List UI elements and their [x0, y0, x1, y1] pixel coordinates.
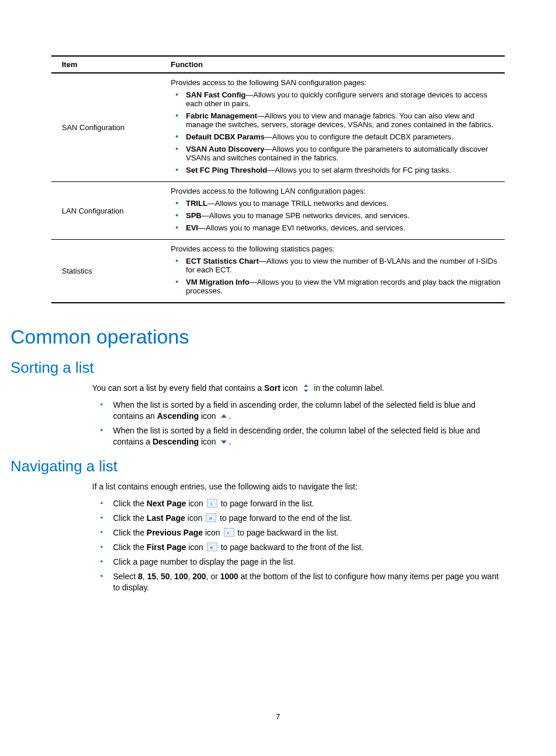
- item-cell: Statistics: [51, 240, 167, 303]
- heading-common-operations: Common operations: [10, 326, 505, 348]
- table-row: Statistics Provides access to the follow…: [51, 240, 505, 303]
- list-item: VSAN Auto Discovery—Allows you to config…: [171, 145, 501, 162]
- function-cell: Provides access to the following SAN con…: [167, 73, 505, 182]
- list-item: Click a page number to display the page …: [92, 556, 505, 568]
- table-row: SAN Configuration Provides access to the…: [51, 73, 505, 182]
- list-item: When the list is sorted by a field in as…: [92, 400, 505, 422]
- list-item: Select 8, 15, 50, 100, 200, or 1000 at t…: [92, 571, 505, 593]
- row-intro: Provides access to the following SAN con…: [171, 78, 501, 87]
- sorting-intro: You can sort a list by every field that …: [92, 383, 505, 394]
- list-item: Set FC Ping Threshold—Allows you to set …: [171, 166, 501, 174]
- header-function: Function: [167, 56, 505, 73]
- function-cell: Provides access to the following LAN con…: [167, 182, 505, 240]
- list-item: Click the Previous Page icon ‹ to page b…: [92, 527, 505, 538]
- previous-page-icon: ‹: [224, 528, 234, 537]
- row-intro: Provides access to the following statist…: [171, 244, 501, 253]
- item-cell: SAN Configuration: [51, 73, 167, 182]
- next-page-icon: ›: [207, 499, 217, 508]
- function-table: Item Function SAN Configuration Provides…: [51, 55, 505, 303]
- function-cell: Provides access to the following statist…: [167, 240, 505, 303]
- heading-sorting: Sorting a list: [10, 359, 505, 377]
- list-item: Fabric Management—Allows you to view and…: [171, 111, 501, 129]
- list-item: TRILL—Allows you to manage TRILL network…: [171, 199, 501, 208]
- list-item: Default DCBX Params—Allows you to config…: [171, 132, 501, 141]
- header-item: Item: [51, 56, 167, 73]
- first-page-icon: «: [207, 542, 217, 551]
- list-item: EVI—Allows you to manage EVI networks, d…: [171, 223, 501, 232]
- list-item: SPB—Allows you to manage SPB networks de…: [171, 211, 501, 220]
- list-item: SAN Fast Config—Allows you to quickly co…: [171, 90, 501, 108]
- nav-intro: If a list contains enough entries, use t…: [92, 481, 505, 492]
- descending-icon: [220, 439, 228, 445]
- item-cell: LAN Configuration: [51, 182, 167, 240]
- row-intro: Provides access to the following LAN con…: [171, 187, 501, 195]
- last-page-icon: »: [206, 513, 216, 522]
- page-number: 7: [0, 712, 556, 721]
- list-item: ECT Statistics Chart—Allows you to view …: [171, 257, 501, 274]
- list-item: When the list is sorted by a field in de…: [92, 425, 505, 447]
- table-row: LAN Configuration Provides access to the…: [51, 182, 505, 240]
- list-item: VM Migration Info—Allows you to view the…: [171, 278, 501, 295]
- list-item: Click the Last Page icon » to page forwa…: [92, 513, 505, 524]
- list-item: Click the First Page icon « to page back…: [92, 542, 505, 553]
- heading-navigating: Navigating a list: [10, 457, 505, 475]
- list-item: Click the Next Page icon › to page forwa…: [92, 498, 505, 509]
- sort-icon: [302, 384, 310, 392]
- ascending-icon: [220, 413, 228, 419]
